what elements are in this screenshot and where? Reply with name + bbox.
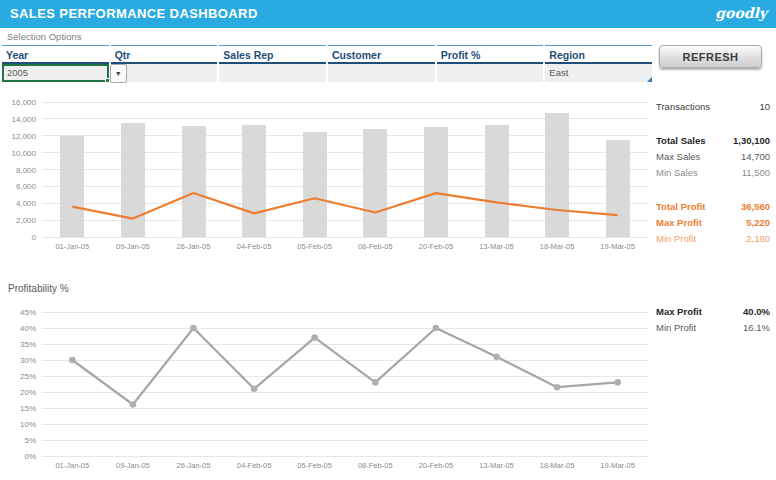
stat-value: 10 — [759, 101, 770, 112]
stat-label: Max Profit — [656, 306, 702, 317]
y-tick-label: 12,000 — [2, 131, 36, 140]
filter-value-year: 2005 — [7, 67, 28, 78]
filter-cell-qtr[interactable] — [111, 64, 218, 82]
page-title: SALES PERFORMANCE DASHBOARD — [10, 0, 258, 28]
stat-label: Min Profit — [656, 322, 696, 333]
x-tick-label: 05-Feb-05 — [284, 461, 345, 470]
filter-cell-region[interactable]: East — [545, 64, 652, 82]
y-tick-label: 4,000 — [2, 199, 36, 208]
x-tick-label: 19-Mar-05 — [587, 461, 648, 470]
y-tick-label: 35% — [2, 340, 36, 349]
filter-header-qtr: Qtr — [111, 45, 218, 64]
x-tick-label: 19-Mar-05 — [587, 242, 648, 251]
table-corner-mark — [647, 77, 652, 82]
stat-value: 14,700 — [741, 151, 770, 162]
stat-row: Max Profit5,220 — [656, 214, 770, 230]
y-tick-label: 20% — [2, 388, 36, 397]
x-tick-label: 01-Jan-05 — [42, 461, 103, 470]
app-header: SALES PERFORMANCE DASHBOARD goodly — [0, 0, 776, 28]
stat-value: 11,500 — [742, 167, 770, 178]
y-tick-label: 6,000 — [2, 182, 36, 191]
y-tick-label: 2,000 — [2, 216, 36, 225]
x-tick-label: 09-Jan-05 — [103, 242, 164, 251]
x-tick-label: 18-Mar-05 — [527, 242, 588, 251]
y-tick-label: 16,000 — [2, 98, 36, 107]
profit-line — [72, 193, 617, 219]
filter-header-region: Region — [545, 45, 652, 64]
x-tick-label: 09-Jan-05 — [103, 461, 164, 470]
filter-cell-profit-[interactable] — [437, 64, 544, 82]
profitability--line — [72, 328, 617, 405]
y-tick-label: 30% — [2, 356, 36, 365]
y-tick-label: 10% — [2, 420, 36, 429]
filter-header-year: Year — [2, 45, 109, 64]
filter-header-profit-: Profit % — [437, 45, 544, 64]
selection-fill-handle[interactable] — [105, 78, 110, 83]
stat-value: 2,180 — [746, 233, 770, 244]
stat-label: Min Sales — [656, 167, 698, 178]
x-tick-label: 20-Feb-05 — [406, 242, 467, 251]
filter-cell-year[interactable]: 2005▼ — [2, 64, 109, 82]
x-tick-label: 26-Jan-05 — [163, 242, 224, 251]
selection-options-label: Selection Options — [7, 31, 81, 42]
y-tick-label: 5% — [2, 436, 36, 445]
stat-row: Total Profit36,560 — [656, 198, 770, 214]
line-series-layer — [42, 102, 648, 237]
stat-row: Min Profit16.1% — [656, 319, 770, 335]
stat-row: Min Profit2,180 — [656, 230, 770, 246]
y-tick-label: 14,000 — [2, 114, 36, 123]
y-tick-label: 15% — [2, 404, 36, 413]
stat-row: Max Sales14,700 — [656, 148, 770, 164]
stat-label: Total Sales — [656, 135, 705, 146]
data-point-marker — [69, 357, 76, 364]
refresh-button[interactable]: REFRESH — [659, 45, 762, 68]
x-tick-label: 13-Mar-05 — [466, 242, 527, 251]
x-tick-label: 05-Feb-05 — [284, 242, 345, 251]
x-axis-labels: 01-Jan-0509-Jan-0526-Jan-0504-Feb-0505-F… — [42, 461, 648, 470]
y-tick-label: 0% — [2, 452, 36, 461]
data-point-marker — [190, 325, 197, 332]
stat-label: Transactions — [656, 101, 710, 112]
data-point-marker — [433, 325, 440, 332]
data-point-marker — [554, 384, 561, 391]
year-dropdown-button[interactable]: ▼ — [110, 64, 127, 83]
plot-area — [42, 102, 648, 237]
y-tick-label: 8,000 — [2, 165, 36, 174]
y-tick-label: 0 — [2, 233, 36, 242]
filter-value-region: East — [549, 67, 568, 78]
profitability-summary-panel: Max Profit40.0%Min Profit16.1% — [656, 303, 770, 335]
sales-profit-chart: 02,0004,0006,0008,00010,00012,00014,0001… — [2, 95, 652, 255]
line-series-layer — [42, 312, 648, 456]
x-tick-label: 20-Feb-05 — [406, 461, 467, 470]
plot-area — [42, 312, 648, 456]
x-tick-label: 04-Feb-05 — [224, 242, 285, 251]
data-point-marker — [130, 401, 137, 408]
filter-cell-customer[interactable] — [328, 64, 435, 82]
data-point-marker — [372, 379, 379, 386]
stat-label: Total Profit — [656, 201, 705, 212]
y-tick-label: 25% — [2, 372, 36, 381]
x-tick-label: 26-Jan-05 — [163, 461, 224, 470]
sales-summary-panel: Transactions10Total Sales1,30,100Max Sal… — [656, 98, 770, 246]
stat-label: Max Sales — [656, 151, 700, 162]
profitability-chart: Profitability %0%5%10%15%20%25%30%35%40%… — [2, 283, 652, 475]
x-tick-label: 04-Feb-05 — [224, 461, 285, 470]
x-axis-labels: 01-Jan-0509-Jan-0526-Jan-0504-Feb-0505-F… — [42, 242, 648, 251]
filter-table: YearQtrSales RepCustomerProfit %Region20… — [2, 45, 652, 82]
y-tick-label: 40% — [2, 324, 36, 333]
filter-cell-sales-rep[interactable] — [219, 64, 326, 82]
data-point-marker — [493, 354, 500, 361]
data-point-marker — [311, 334, 318, 341]
x-tick-label: 08-Feb-05 — [345, 242, 406, 251]
stat-value: 16.1% — [743, 322, 770, 333]
stat-row: Max Profit40.0% — [656, 303, 770, 319]
stat-row: Min Sales11,500 — [656, 164, 770, 180]
filter-header-sales-rep: Sales Rep — [219, 45, 326, 64]
filter-header-customer: Customer — [328, 45, 435, 64]
stat-label: Min Profit — [656, 233, 696, 244]
y-tick-label: 45% — [2, 308, 36, 317]
x-tick-label: 01-Jan-05 — [42, 242, 103, 251]
stat-label: Max Profit — [656, 217, 702, 228]
stat-value: 5,220 — [746, 217, 770, 228]
chevron-down-icon: ▼ — [115, 70, 122, 77]
